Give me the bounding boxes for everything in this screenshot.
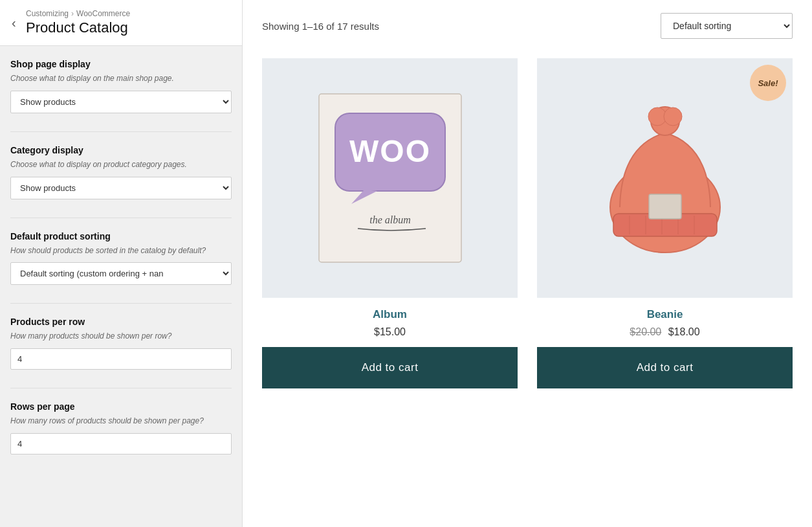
shop-display-select[interactable]: Show products Show categories Show both	[10, 91, 232, 113]
album-add-to-cart-button[interactable]: Add to cart	[262, 347, 518, 388]
category-display-select[interactable]: Show products Show categories Show both	[10, 177, 232, 199]
svg-text:the    album: the album	[369, 214, 411, 225]
rows-per-page-section: Rows per page How many rows of products …	[10, 401, 232, 454]
beanie-image	[594, 94, 736, 262]
sidebar: ‹ Customizing › WooCommerce Product Cata…	[0, 0, 243, 527]
products-per-row-section: Products per row How many products shoul…	[10, 317, 232, 370]
rows-per-page-title: Rows per page	[10, 401, 232, 412]
svg-rect-12	[649, 194, 681, 219]
beanie-sale-price: $18.00	[668, 326, 700, 337]
default-sorting-select[interactable]: Default sorting (custom ordering + nan S…	[10, 262, 232, 285]
products-per-row-desc: How many products should be shown per ro…	[10, 331, 232, 342]
main-header: Showing 1–16 of 17 results Default sorti…	[262, 13, 793, 39]
album-image: WOO the album	[313, 87, 468, 269]
rows-per-page-input[interactable]	[10, 433, 232, 454]
beanie-name: Beanie	[647, 308, 683, 321]
beanie-image-wrap: Sale!	[537, 58, 793, 298]
product-card-album: WOO the album Album $15.00 Add to cart	[262, 58, 518, 388]
category-display-desc: Choose what to display on product catego…	[10, 159, 232, 170]
rows-per-page-desc: How many rows of products should be show…	[10, 416, 232, 427]
results-count: Showing 1–16 of 17 results	[262, 21, 379, 32]
sale-badge: Sale!	[750, 65, 786, 101]
svg-text:WOO: WOO	[349, 134, 431, 168]
default-sorting-title: Default product sorting	[10, 231, 232, 241]
album-name: Album	[373, 308, 407, 321]
album-price-value: $15.00	[374, 326, 406, 337]
shop-display-title: Shop page display	[10, 59, 232, 69]
category-display-title: Category display	[10, 145, 232, 155]
products-per-row-title: Products per row	[10, 317, 232, 327]
back-button[interactable]: ‹	[6, 13, 21, 33]
sidebar-content: Shop page display Choose what to display…	[0, 46, 242, 483]
default-sorting-section: Default product sorting How should produ…	[10, 231, 232, 286]
product-grid: WOO the album Album $15.00 Add to cart S…	[262, 58, 793, 388]
category-display-section: Category display Choose what to display …	[10, 145, 232, 199]
breadcrumb-part2: WooCommerce	[76, 9, 130, 18]
breadcrumb-arrow: ›	[71, 9, 74, 18]
main-content: Showing 1–16 of 17 results Default sorti…	[243, 0, 812, 527]
shop-display-section: Shop page display Choose what to display…	[10, 59, 232, 113]
divider-1	[10, 131, 232, 132]
beanie-price: $20.00 $18.00	[630, 326, 699, 338]
product-card-beanie: Sale!	[537, 58, 793, 388]
svg-point-15	[664, 107, 682, 126]
breadcrumb-part1: Customizing	[26, 9, 69, 18]
album-image-wrap: WOO the album	[262, 58, 518, 298]
beanie-add-to-cart-button[interactable]: Add to cart	[537, 347, 793, 388]
sort-select[interactable]: Default sorting Sort by popularity Sort …	[661, 13, 793, 39]
sidebar-header: ‹ Customizing › WooCommerce Product Cata…	[0, 0, 242, 46]
products-per-row-input[interactable]	[10, 348, 232, 370]
divider-2	[10, 218, 232, 218]
panel-title: Product Catalog	[26, 19, 232, 36]
shop-display-desc: Choose what to display on the main shop …	[10, 73, 232, 84]
beanie-original-price: $20.00	[630, 326, 661, 337]
breadcrumb: Customizing › WooCommerce	[26, 9, 232, 18]
divider-3	[10, 303, 232, 304]
default-sorting-desc: How should products be sorted in the cat…	[10, 245, 232, 256]
divider-4	[10, 388, 232, 388]
album-price: $15.00	[374, 326, 406, 338]
